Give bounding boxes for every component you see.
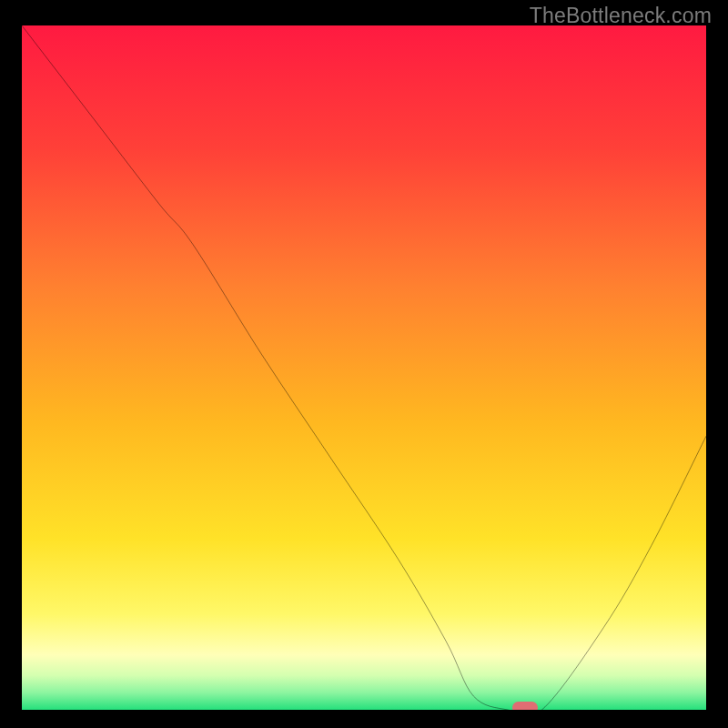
plot-area [22,25,706,710]
watermark-text: TheBottleneck.com [530,4,712,28]
chart-frame: TheBottleneck.com [0,0,728,728]
optimum-marker [512,702,538,710]
bottleneck-curve [22,25,706,710]
